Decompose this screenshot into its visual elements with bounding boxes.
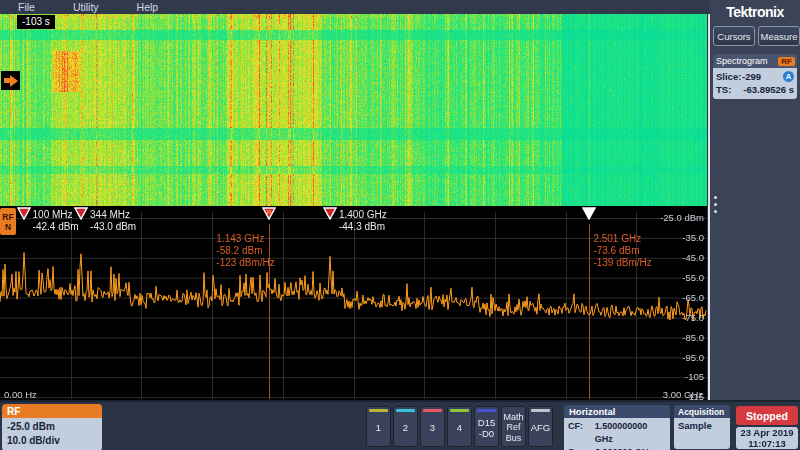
time-value: 11:07:13 — [736, 438, 798, 449]
cursors-button[interactable]: Cursors — [713, 26, 755, 46]
y-axis-label: -105 — [685, 371, 704, 382]
right-sidebar: Tektronix CursorsMeasure Spectrogram RF … — [710, 0, 800, 403]
slice-value: -299 — [742, 70, 761, 83]
slice-arrow-head — [10, 75, 18, 87]
cursor-marker[interactable] — [582, 207, 596, 220]
menu-bar: FileUtilityHelp — [0, 0, 710, 14]
setting-row: Span:3.000000 GHz — [568, 446, 667, 450]
channel-button-math-ref-bus[interactable]: MathRefBus — [501, 406, 526, 447]
marker-readout: 344 MHz-43.0 dBm — [90, 209, 136, 233]
spectrogram-time-badge: -103 s — [17, 15, 55, 29]
tektronix-logo: Tektronix — [710, 4, 800, 20]
sidebar-buttons: CursorsMeasure — [713, 26, 800, 46]
channel-button-channel-3[interactable]: 3 — [420, 406, 445, 447]
spectrogram-panel-body: Slice: -299 A TS: -63.89526 s — [713, 68, 797, 99]
channel-button-label: 1 — [376, 414, 381, 446]
horizontal-panel[interactable]: Horizontal CF:1.500000000 GHzSpan:3.0000… — [564, 405, 670, 450]
y-axis-label: -35.0 — [682, 232, 704, 243]
bottom-bar: RF -25.0 dBm 10.0 dB/div 1234D15-D0MathR… — [0, 400, 800, 450]
source-a-badge: A — [783, 71, 794, 82]
rf-offset-value: -25.0 dBm — [7, 420, 97, 434]
slice-label: Slice: — [716, 70, 742, 83]
slice-row: Slice: -299 A — [716, 70, 794, 83]
y-axis-label: -65.0 — [682, 292, 704, 303]
rf-channel-badge-line2: N — [5, 222, 11, 232]
peak-marker[interactable] — [74, 207, 88, 220]
channel-button-label: 3 — [430, 414, 435, 446]
spectrogram-panel-title: Spectrogram — [716, 56, 778, 66]
rf-scale-value: 10.0 dB/div — [7, 434, 97, 448]
slice-marker-icon[interactable] — [1, 71, 20, 90]
menu-item-help[interactable]: Help — [137, 1, 159, 13]
setting-row: CF:1.500000000 GHz — [568, 420, 667, 446]
svg-text:R: R — [267, 209, 272, 216]
channel-color-stripe — [423, 409, 442, 412]
channel-color-stripe — [531, 409, 550, 412]
peak-annotation: 2.501 GHz-73.6 dBm-139 dBm/Hz — [593, 233, 651, 269]
date-value: 23 Apr 2019 — [736, 427, 798, 438]
channel-color-stripe — [396, 409, 415, 412]
spectrogram-view[interactable] — [0, 14, 707, 206]
marker-readout: 1.400 GHz-44.3 dBm — [339, 209, 387, 233]
horizontal-panel-title: Horizontal — [564, 405, 670, 418]
channel-button-label: 4 — [457, 414, 462, 446]
rf-channel-badge-line1: RF — [2, 212, 13, 222]
rf-source-badge: RF — [778, 57, 795, 66]
channel-button-channel-2[interactable]: 2 — [393, 406, 418, 447]
ts-value: -63.89526 s — [743, 83, 794, 96]
y-axis-label: -75.0 — [682, 312, 704, 323]
rf-card-body: -25.0 dBm 10.0 dB/div — [2, 418, 102, 450]
y-axis-label: -85.0 — [682, 332, 704, 343]
rf-channel-badge[interactable]: RF N — [0, 208, 16, 235]
y-axis-label: -115 — [686, 391, 704, 402]
channel-color-stripe — [477, 409, 496, 412]
x-axis-start-label: 0.00 Hz — [4, 389, 37, 400]
channel-button-row: 1234D15-D0MathRefBusAFG — [366, 406, 553, 447]
acquisition-mode-value: Sample — [674, 418, 730, 449]
peak-marker[interactable] — [323, 207, 337, 220]
channel-button-digital-d15-d0[interactable]: D15-D0 — [474, 406, 499, 447]
menu-item-utility[interactable]: Utility — [73, 1, 99, 13]
datetime-badge: 23 Apr 2019 11:07:13 — [736, 427, 798, 449]
channel-button-afg[interactable]: AFG — [528, 406, 553, 447]
peak-marker[interactable] — [17, 207, 31, 220]
channel-button-channel-1[interactable]: 1 — [366, 406, 391, 447]
menu-item-file[interactable]: File — [18, 1, 35, 13]
spectrogram-settings-panel[interactable]: Spectrogram RF Slice: -299 A TS: -63.895… — [713, 54, 797, 99]
horizontal-panel-body: CF:1.500000000 GHzSpan:3.000000 GHzRBW:3… — [564, 418, 670, 450]
y-axis-label: -55.0 — [682, 272, 704, 283]
spectrogram-panel-header: Spectrogram RF — [713, 54, 797, 68]
marker-readout: 100 MHz-42.4 dBm — [33, 209, 79, 233]
channel-button-label: D15-D0 — [478, 414, 495, 446]
reference-marker[interactable]: R — [262, 207, 276, 220]
channel-button-channel-4[interactable]: 4 — [447, 406, 472, 447]
channel-button-label: MathRefBus — [503, 412, 523, 447]
channel-color-stripe — [504, 409, 523, 410]
y-axis-label: -95.0 — [682, 352, 704, 363]
rf-scale-card[interactable]: RF -25.0 dBm 10.0 dB/div — [2, 404, 102, 450]
run-stop-button[interactable]: Stopped — [736, 406, 798, 425]
channel-color-stripe — [450, 409, 469, 412]
ts-row: TS: -63.89526 s — [716, 83, 794, 96]
y-axis-label: -25.0 dBm — [660, 212, 704, 223]
ts-label: TS: — [716, 83, 742, 96]
rf-card-title: RF — [2, 404, 102, 418]
app-window: FileUtilityHelp -103 s RF N 0.00 Hz 3.00… — [0, 0, 800, 450]
peak-annotation: 1.143 GHz-58.2 dBm-123 dBm/Hz — [216, 233, 274, 269]
y-axis-label: -45.0 — [682, 252, 704, 263]
channel-button-label: AFG — [531, 414, 551, 446]
acquisition-panel[interactable]: Acquisition Sample — [674, 405, 730, 449]
measure-button[interactable]: Measure — [758, 26, 800, 46]
scroll-handle[interactable] — [712, 196, 718, 213]
channel-color-stripe — [369, 409, 388, 412]
channel-button-label: 2 — [403, 414, 408, 446]
acquisition-panel-title: Acquisition — [674, 405, 730, 418]
